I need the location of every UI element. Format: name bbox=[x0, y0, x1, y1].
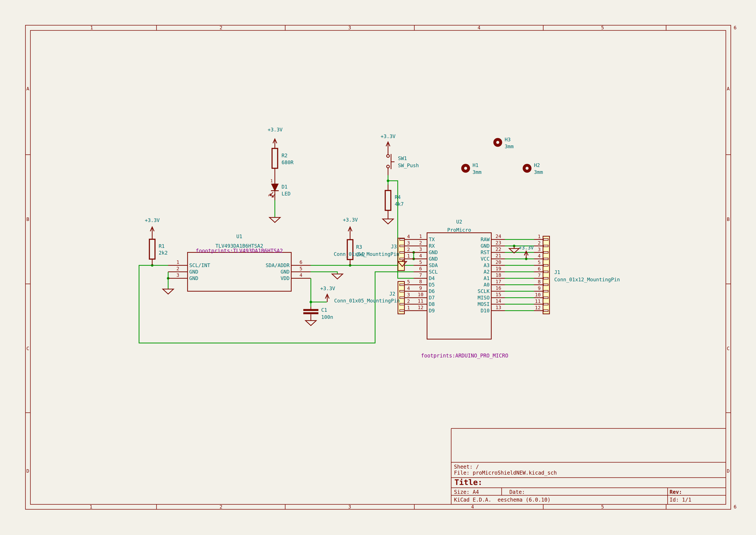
j2-pin-num-3: 3 bbox=[407, 293, 410, 297]
c1-value[interactable]: 100n bbox=[321, 315, 333, 320]
r2-value[interactable]: 680R bbox=[282, 160, 293, 165]
h1-value[interactable]: 3mm bbox=[472, 170, 482, 175]
power-label-33v-r1[interactable]: +3.3V bbox=[145, 218, 159, 223]
border-row-left-d: D bbox=[26, 469, 29, 473]
u2-pin-name-vcc: VCC bbox=[480, 257, 490, 262]
r4-ref[interactable]: R4 bbox=[395, 195, 401, 200]
sw1-ref[interactable]: SW1 bbox=[398, 156, 407, 161]
u2-pin-name-d7: D7 bbox=[429, 295, 435, 300]
u1-pin-name-gnd3: GND bbox=[189, 276, 198, 281]
u1-pin-num-5: 5 bbox=[299, 267, 302, 271]
u2-pin-num-16: 16 bbox=[496, 286, 501, 291]
j2-ref[interactable]: J2 bbox=[389, 292, 395, 296]
u2-pin-name-raw: RAW bbox=[480, 237, 490, 242]
border-row-right-a: A bbox=[727, 87, 729, 91]
u2-pin-name-gnd3: GND bbox=[429, 250, 438, 255]
schematic-graphics bbox=[0, 0, 756, 535]
u2-pin-name-rx: RX bbox=[429, 243, 435, 248]
resistor-r3[interactable] bbox=[347, 227, 353, 265]
u2-pin-num-11: 11 bbox=[418, 299, 423, 303]
border-col-bottom-2: 2 bbox=[219, 505, 222, 509]
u2-pin-name-gnd4: GND bbox=[429, 257, 438, 262]
power-label-33v-sw1[interactable]: +3.3V bbox=[381, 134, 395, 139]
h1-ref[interactable]: H1 bbox=[472, 163, 478, 168]
r4-value[interactable]: 4k7 bbox=[395, 202, 404, 207]
u2-footprint[interactable]: footprints:ARDUINO_PRO_MICRO bbox=[421, 353, 508, 358]
u2-pin-num-6: 6 bbox=[419, 267, 422, 271]
r2-ref[interactable]: R2 bbox=[282, 153, 287, 158]
r3-ref[interactable]: R3 bbox=[356, 245, 362, 250]
u2-pin-name-sclk: SCLK bbox=[478, 289, 490, 294]
d1-ref[interactable]: D1 bbox=[282, 184, 287, 189]
j2-pin-num-1: 1 bbox=[407, 305, 410, 310]
border-col-bottom-6: 6 bbox=[734, 505, 736, 509]
u2-pin-name-a2: A2 bbox=[483, 269, 490, 274]
j1-ref[interactable]: J1 bbox=[554, 270, 560, 275]
h3-ref[interactable]: H3 bbox=[505, 137, 511, 142]
power-label-33v-vcc[interactable]: +3.3V bbox=[519, 245, 533, 250]
u1-pin-name-sda-addr: SDA/ADDR bbox=[266, 263, 289, 268]
border-row-left-a: A bbox=[26, 87, 29, 91]
u2-pin-num-18: 18 bbox=[496, 273, 501, 278]
u2-pin-name-d4: D4 bbox=[429, 276, 435, 281]
r1-ref[interactable]: R1 bbox=[159, 244, 165, 249]
power-label-33v-r3[interactable]: +3.3V bbox=[343, 217, 358, 222]
j1-pin-num-2: 2 bbox=[538, 241, 541, 245]
power-label-33v-c1[interactable]: +3.3V bbox=[320, 286, 335, 291]
j1-pin-num-11: 11 bbox=[535, 299, 541, 304]
sw1-value[interactable]: SW_Push bbox=[398, 163, 419, 168]
border-col-top-1: 1 bbox=[90, 25, 93, 30]
r1-value[interactable]: 2k2 bbox=[159, 250, 168, 255]
j1-value[interactable]: Conn_01x12_MountingPin bbox=[554, 277, 620, 282]
h3-value[interactable]: 3mm bbox=[505, 144, 514, 149]
j1-pin-num-1: 1 bbox=[538, 234, 541, 239]
c1-ref[interactable]: C1 bbox=[321, 308, 327, 313]
border-col-top-2: 2 bbox=[219, 25, 222, 30]
h2-ref[interactable]: H2 bbox=[534, 163, 540, 168]
wires[interactable] bbox=[139, 175, 534, 343]
resistor-r1[interactable] bbox=[149, 227, 155, 265]
h2-value[interactable]: 3mm bbox=[534, 170, 543, 175]
title-block-frame bbox=[451, 429, 726, 504]
titleblock-sheet: Sheet: / bbox=[454, 464, 479, 469]
power-label-33v-r2[interactable]: +3.3V bbox=[267, 127, 283, 132]
u2-pin-name-tx: TX bbox=[429, 237, 435, 242]
j1-pin-num-10: 10 bbox=[535, 293, 541, 297]
titleblock-size: Size: A4 bbox=[454, 490, 479, 495]
j2-value[interactable]: Conn_01x05_MountingPin bbox=[334, 298, 400, 303]
border-col-top-4: 4 bbox=[477, 25, 480, 30]
u2-ref[interactable]: U2 bbox=[456, 219, 462, 224]
u1-ref[interactable]: U1 bbox=[236, 234, 242, 239]
u2-pin-num-8: 8 bbox=[419, 279, 422, 284]
resistor-r2[interactable] bbox=[272, 139, 278, 184]
j3-ref[interactable]: J3 bbox=[391, 244, 397, 249]
border-row-left-c: C bbox=[26, 346, 29, 351]
u2-pin-num-22: 22 bbox=[496, 247, 501, 252]
u1-pin-name-gnd5: GND bbox=[281, 269, 289, 274]
u2-pin-num-17: 17 bbox=[496, 279, 501, 284]
border-col-bottom-3: 3 bbox=[348, 505, 351, 509]
d1-pin-num-1: 1 bbox=[270, 179, 273, 183]
j1-pin-num-4: 4 bbox=[538, 254, 541, 258]
switch-sw1[interactable] bbox=[386, 142, 394, 175]
mounting-holes[interactable] bbox=[461, 138, 531, 173]
d1-pin-num-2: 2 bbox=[268, 194, 272, 197]
border-row-right-b: B bbox=[727, 217, 729, 222]
j1-pin-num-8: 8 bbox=[538, 280, 541, 284]
titleblock-date: Date: bbox=[509, 490, 525, 495]
sheet-border bbox=[25, 25, 731, 509]
u1-pin-num-2: 2 bbox=[176, 267, 179, 271]
u2-pin-name-miso: MISO bbox=[478, 295, 490, 300]
u1-footprint[interactable]: foootprints:TLV493DA1B6HTSA2 bbox=[196, 248, 283, 253]
titleblock-rev: Rev: bbox=[669, 490, 682, 495]
j3-value[interactable]: Conn_01x04_MountingPin bbox=[334, 252, 399, 257]
border-col-top-6: 6 bbox=[734, 25, 736, 30]
border-row-right-d: D bbox=[727, 469, 729, 473]
d1-value[interactable]: LED bbox=[282, 191, 291, 196]
j2-pin-num-2: 2 bbox=[407, 299, 410, 304]
border-row-left-b: B bbox=[26, 217, 29, 222]
u2-value[interactable]: ProMicro bbox=[447, 228, 471, 233]
resistor-r4[interactable] bbox=[383, 185, 393, 224]
u2-pin-num-23: 23 bbox=[496, 240, 501, 245]
u2-pin-num-14: 14 bbox=[496, 299, 501, 303]
